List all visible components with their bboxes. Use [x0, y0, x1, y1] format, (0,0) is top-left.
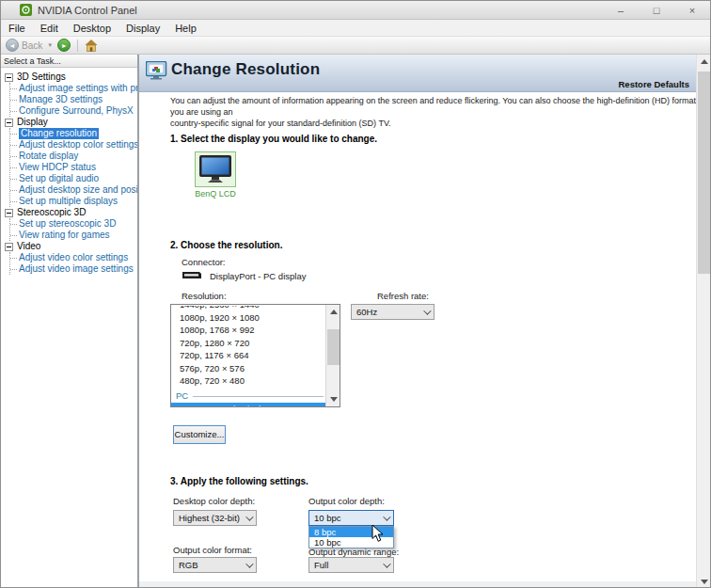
close-button[interactable]: × [674, 1, 710, 20]
collapse-icon[interactable] [5, 209, 13, 217]
resolution-item[interactable]: 576p, 720 × 576 [171, 362, 325, 374]
task-sidebar: Select a Task... 3D Settings Adjust imag… [1, 55, 139, 588]
sidebar-item-adjust-video-color[interactable]: Adjust video color settings [10, 252, 137, 263]
page-description: You can adjust the amount of information… [170, 95, 710, 129]
group-label: 3D Settings [17, 72, 66, 83]
sidebar-item-adjust-desktop-color[interactable]: Adjust desktop color settings [10, 139, 137, 151]
sidebar-item-rotate-display[interactable]: Rotate display [10, 151, 137, 162]
sidebar-item-label: View HDCP status [19, 162, 96, 173]
selected-display-box[interactable] [195, 151, 236, 187]
resolution-item-clipped[interactable]: 1440p, 2560 × 1440 [171, 306, 325, 311]
output-color-format-select[interactable]: RGB [173, 557, 257, 573]
sidebar-item-configure-surround-physx[interactable]: Configure Surround, PhysX [10, 105, 137, 117]
navigation-toolbar: ◄ Back ▼ ► [1, 37, 710, 55]
collapse-icon[interactable] [5, 119, 13, 127]
nvidia-logo-icon [20, 4, 32, 16]
sidebar-item-label: Adjust image settings with preview [19, 83, 137, 94]
resolution-list-scrollbar[interactable] [325, 305, 340, 406]
resolution-group-pc: PC [171, 389, 325, 402]
scroll-down-icon[interactable] [326, 392, 340, 406]
scrollbar-thumb[interactable] [698, 72, 710, 274]
output-color-depth-label: Output color depth: [308, 496, 385, 506]
minimize-button[interactable]: – [603, 1, 639, 20]
group-label: Display [17, 117, 48, 128]
chevron-down-icon [383, 513, 390, 520]
sidebar-item-label: Manage 3D settings [19, 94, 103, 105]
step2-heading: 2. Choose the resolution. [170, 240, 282, 250]
home-icon[interactable] [85, 40, 98, 52]
sidebar-item-manage-3d-settings[interactable]: Manage 3D settings [10, 94, 137, 105]
task-tree: 3D Settings Adjust image settings with p… [1, 68, 137, 275]
resolution-item[interactable]: 720p, 1280 × 720 [171, 337, 325, 349]
page-title: Change Resolution [171, 60, 320, 79]
scroll-up-icon[interactable] [326, 305, 340, 319]
title-bar: NVIDIA Control Panel – □ × [1, 1, 710, 20]
sidebar-item-label: Set up stereoscopic 3D [19, 218, 116, 230]
step1-heading: 1. Select the display you would like to … [170, 134, 377, 144]
sidebar-group-video[interactable]: Video [3, 241, 137, 252]
sidebar-item-label: Adjust desktop size and position [19, 184, 137, 196]
back-history-chevron-icon[interactable]: ▼ [45, 42, 55, 48]
sidebar-group-stereoscopic-3d[interactable]: Stereoscopic 3D [3, 207, 137, 218]
connector-value: DisplayPort - PC display [210, 271, 306, 281]
resolution-item[interactable]: 720p, 1176 × 664 [171, 349, 325, 361]
collapse-icon[interactable] [5, 243, 13, 251]
menu-help[interactable]: Help [167, 23, 204, 34]
mouse-cursor [371, 524, 384, 543]
sidebar-item-adjust-video-image[interactable]: Adjust video image settings [10, 263, 137, 275]
collapse-icon[interactable] [5, 73, 13, 82]
back-icon[interactable]: ◄ [6, 39, 19, 52]
desktop-color-depth-select[interactable]: Highest (32-bit) [173, 510, 257, 526]
content-scrollbar[interactable] [696, 55, 710, 588]
connector-label: Connector: [182, 257, 225, 267]
sidebar-item-label: Adjust video color settings [19, 252, 128, 263]
sidebar-group-3d-settings[interactable]: 3D Settings [3, 72, 137, 83]
output-color-format-label: Output color format: [173, 545, 252, 555]
sidebar-item-set-up-stereoscopic-3d[interactable]: Set up stereoscopic 3D [10, 218, 137, 230]
scroll-down-icon[interactable] [697, 575, 710, 588]
group-label: Stereoscopic 3D [17, 207, 86, 218]
menu-desktop[interactable]: Desktop [66, 23, 118, 34]
sidebar-item-set-up-digital-audio[interactable]: Set up digital audio [10, 173, 137, 184]
sidebar-item-view-rating-for-games[interactable]: View rating for games [10, 230, 137, 241]
maximize-button[interactable]: □ [639, 1, 674, 20]
sidebar-item-change-resolution[interactable]: Change resolution [10, 128, 137, 139]
scroll-up-icon[interactable] [697, 55, 710, 69]
refresh-rate-select[interactable]: 60Hz [351, 304, 434, 320]
sidebar-item-view-hdcp-status[interactable]: View HDCP status [10, 162, 137, 173]
customize-button[interactable]: Customize... [173, 425, 226, 444]
forward-icon[interactable]: ► [57, 39, 71, 52]
resolution-item-selected[interactable]: 3840 × 2160 (native) [171, 403, 325, 406]
resolution-listbox[interactable]: 1440p, 2560 × 1440 1080p, 1920 × 1080 10… [170, 304, 340, 407]
chevron-down-icon [423, 307, 431, 314]
back-button-label[interactable]: Back [22, 40, 42, 51]
resolution-item[interactable]: 480p, 720 × 480 [171, 374, 325, 387]
scrollbar-thumb[interactable] [327, 329, 340, 365]
group-label: Video [17, 241, 40, 252]
sidebar-header: Select a Task... [1, 55, 137, 68]
resolution-item[interactable]: 1080p, 1920 × 1080 [171, 311, 325, 324]
display-tile-benq[interactable]: BenQ LCD [189, 151, 242, 199]
page-header-band: Change Resolution Restore Defaults [139, 55, 696, 92]
sidebar-item-label: View rating for games [19, 230, 110, 241]
sidebar-group-display[interactable]: Display [3, 117, 137, 128]
change-resolution-icon [146, 61, 169, 80]
output-dynamic-range-select[interactable]: Full [308, 557, 394, 573]
toolbar-divider [77, 40, 78, 52]
nvidia-control-panel-window: NVIDIA Control Panel – □ × File Edit Des… [0, 0, 711, 588]
menu-display[interactable]: Display [118, 23, 167, 34]
display-name-label: BenQ LCD [189, 189, 242, 199]
content-bottom-strip [139, 581, 696, 588]
restore-defaults-link[interactable]: Restore Defaults [619, 79, 690, 89]
resolution-item[interactable]: 1080p, 1768 × 992 [171, 324, 325, 336]
window-title: NVIDIA Control Panel [38, 5, 137, 16]
menu-file[interactable]: File [1, 23, 33, 34]
chevron-down-icon [245, 513, 253, 520]
chevron-down-icon [383, 560, 390, 567]
sidebar-item-adjust-image-settings[interactable]: Adjust image settings with preview [10, 83, 137, 94]
monitor-icon [198, 154, 232, 184]
sidebar-item-set-up-multiple-displays[interactable]: Set up multiple displays [10, 196, 137, 207]
menu-bar: File Edit Desktop Display Help [1, 20, 710, 37]
sidebar-item-adjust-desktop-size[interactable]: Adjust desktop size and position [10, 184, 137, 196]
menu-edit[interactable]: Edit [33, 23, 66, 34]
